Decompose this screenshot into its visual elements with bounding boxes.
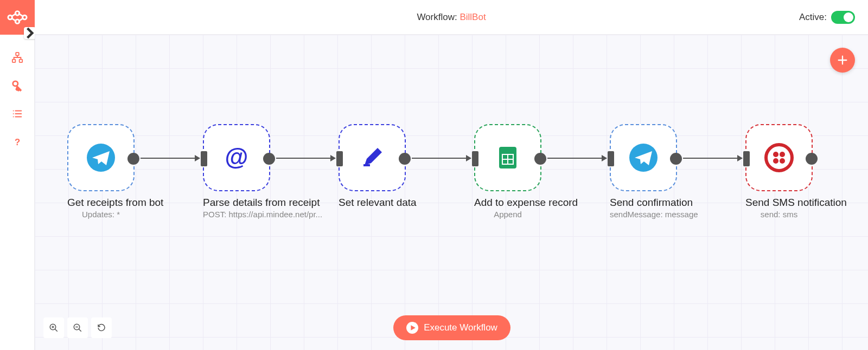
twilio-icon [764, 142, 794, 173]
canvas-tools [43, 317, 112, 338]
reset-icon [97, 323, 106, 333]
node-subtitle: sendMessage: message [610, 210, 677, 219]
node-output-port[interactable] [534, 153, 546, 165]
svg-text:@: @ [225, 144, 248, 170]
svg-point-17 [780, 152, 785, 157]
zoom-out-button[interactable] [67, 317, 88, 338]
node-subtitle: POST: https://api.mindee.net/pr... [203, 210, 270, 219]
add-node-button[interactable] [830, 48, 855, 73]
node-subtitle: send: sms [745, 210, 813, 219]
header: Workflow: BillBot Active: [35, 0, 868, 35]
telegram-icon [628, 142, 659, 173]
connector[interactable] [141, 158, 200, 159]
workflow-node[interactable]: Set relevant data [339, 124, 406, 209]
at-icon: @ [221, 142, 252, 173]
active-label: Active: [799, 12, 827, 23]
node-input-port[interactable] [608, 151, 614, 166]
sidebar: ? [0, 0, 35, 350]
node-box[interactable] [339, 124, 406, 191]
node-title: Send confirmation [610, 197, 677, 209]
reset-view-button[interactable] [91, 317, 112, 338]
workflow-node[interactable]: Send confirmationsendMessage: message [610, 124, 677, 219]
connector[interactable] [276, 158, 335, 159]
node-title: Parse details from receipt [203, 197, 270, 209]
node-box[interactable] [610, 124, 677, 191]
svg-point-15 [766, 145, 792, 171]
node-box[interactable] [745, 124, 813, 191]
workflow-node[interactable]: Add to expense recordAppend [474, 124, 541, 219]
node-input-port[interactable] [472, 151, 478, 166]
svg-point-16 [773, 152, 778, 157]
workflow-node[interactable]: @Parse details from receiptPOST: https:/… [203, 124, 270, 219]
node-box[interactable] [67, 124, 135, 191]
node-box[interactable] [474, 124, 541, 191]
telegram-icon [86, 142, 116, 173]
chevron-right-icon [24, 23, 36, 43]
node-subtitle: Updates: * [67, 210, 135, 219]
node-output-port[interactable] [806, 153, 818, 165]
node-input-port[interactable] [201, 151, 207, 166]
workflows-icon[interactable] [11, 51, 24, 64]
node-output-port[interactable] [399, 153, 411, 165]
workflow-node[interactable]: Send SMS notificationsend: sms [745, 124, 813, 219]
sidebar-expand-button[interactable] [24, 27, 36, 39]
zoom-in-button[interactable] [43, 317, 64, 338]
svg-rect-5 [12, 60, 15, 63]
plus-icon [837, 54, 848, 66]
node-input-port[interactable] [743, 151, 750, 166]
play-icon [406, 322, 418, 334]
svg-rect-11 [363, 164, 370, 166]
execute-workflow-button[interactable]: Execute Workflow [393, 315, 510, 340]
node-subtitle: Append [474, 210, 541, 219]
node-title: Get receipts from bot [67, 197, 135, 209]
app-logo[interactable] [0, 0, 35, 35]
node-input-port[interactable] [336, 151, 343, 166]
workflow-title[interactable]: Workflow: BillBot [417, 12, 486, 23]
workflow-canvas[interactable]: Get receipts from botUpdates: *@Parse de… [35, 35, 868, 350]
active-toggle[interactable] [831, 11, 855, 24]
node-title: Add to expense record [474, 197, 541, 209]
svg-point-18 [773, 158, 778, 164]
svg-rect-4 [16, 53, 19, 56]
connector[interactable] [547, 158, 607, 159]
svg-point-19 [780, 158, 785, 164]
svg-text:?: ? [14, 137, 20, 147]
node-title: Set relevant data [339, 197, 406, 209]
node-output-port[interactable] [263, 153, 275, 165]
credentials-icon[interactable] [11, 79, 24, 92]
edit-icon [357, 142, 387, 173]
node-title: Send SMS notification [745, 197, 813, 209]
help-icon[interactable]: ? [11, 135, 24, 148]
sheets-icon [493, 142, 523, 173]
workflow-node[interactable]: Get receipts from botUpdates: * [67, 124, 135, 219]
executions-icon[interactable] [11, 107, 24, 120]
execute-label: Execute Workflow [424, 322, 497, 333]
node-output-port[interactable] [670, 153, 682, 165]
zoom-in-icon [49, 323, 59, 333]
connector[interactable] [683, 158, 742, 159]
zoom-out-icon [73, 323, 82, 333]
svg-rect-6 [19, 60, 22, 63]
node-box[interactable]: @ [203, 124, 270, 191]
workflow-label: Workflow: [417, 12, 459, 22]
workflow-name: BillBot [459, 12, 486, 22]
connector[interactable] [412, 158, 471, 159]
node-output-port[interactable] [127, 153, 139, 165]
